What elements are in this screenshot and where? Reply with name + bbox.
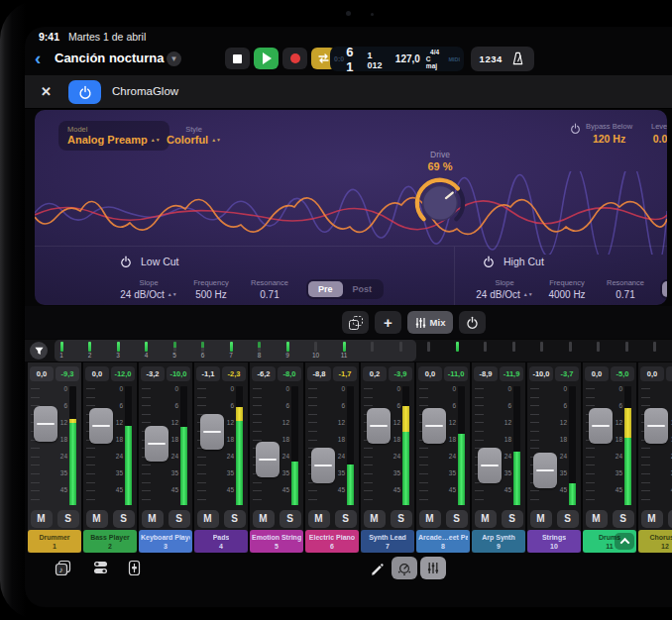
- volume-value[interactable]: 0,0: [585, 366, 609, 381]
- style-selector[interactable]: Style Colorful▲▼: [167, 125, 221, 146]
- navigator-channel-meter[interactable]: [363, 342, 383, 352]
- fader-handle[interactable]: [34, 406, 57, 442]
- volume-value[interactable]: 0,0: [640, 366, 664, 381]
- lcd-display[interactable]: 0:0 6 1 1 012 127,0 4/4 C maj MIDI: [330, 47, 464, 71]
- volume-value[interactable]: -1,1: [196, 366, 220, 381]
- peak-value[interactable]: -11,9: [500, 366, 523, 381]
- track-label[interactable]: Arcade…eet Pad 8: [416, 530, 470, 553]
- solo-button[interactable]: S: [668, 510, 672, 528]
- navigator-channel-meter[interactable]: [504, 342, 523, 352]
- pre-button[interactable]: Pre: [308, 281, 343, 297]
- volume-value[interactable]: 0,0: [85, 366, 109, 381]
- model-selector[interactable]: Model Analog Preamp▲▼: [58, 121, 169, 151]
- navigator-channel-meter[interactable]: 11: [334, 342, 354, 360]
- pre-button[interactable]: Pre: [662, 281, 667, 297]
- track-label[interactable]: Drummer 1: [28, 530, 81, 553]
- track-label[interactable]: Synth Lead 7: [361, 530, 414, 553]
- fader-handle[interactable]: [533, 453, 557, 488]
- navigator-channel-meter[interactable]: 2: [80, 342, 100, 360]
- peak-value[interactable]: -5,0: [611, 366, 634, 381]
- solo-button[interactable]: S: [280, 510, 301, 528]
- solo-button[interactable]: S: [446, 510, 468, 528]
- navigator-channel-meter[interactable]: 9: [278, 342, 297, 360]
- low-cut-slope[interactable]: Slope 24 dB/Oct▲▼: [120, 278, 177, 300]
- peak-value[interactable]: -3,9: [389, 366, 412, 381]
- close-icon[interactable]: ✕: [41, 84, 52, 99]
- low-cut-power-button[interactable]: [120, 256, 132, 267]
- fader-handle[interactable]: [422, 408, 446, 444]
- bypass-below-control[interactable]: Bypass Below 120 Hz: [586, 122, 632, 145]
- navigator-channel-meter[interactable]: 10: [306, 342, 326, 360]
- mute-button[interactable]: M: [530, 510, 552, 528]
- navigator-channel-meter[interactable]: 1: [52, 342, 71, 360]
- track-label[interactable]: Keyboard Player 3: [139, 530, 192, 553]
- drive-knob[interactable]: [411, 174, 469, 226]
- filter-button[interactable]: [30, 342, 48, 360]
- high-cut-frequency[interactable]: Frequency 4000 Hz: [541, 278, 593, 300]
- high-cut-slope[interactable]: Slope 24 dB/Oct▲▼: [476, 278, 533, 300]
- track-label[interactable]: Arp Synth 9: [472, 530, 525, 553]
- mute-button[interactable]: M: [419, 510, 441, 528]
- navigator-channel-meter[interactable]: [616, 342, 636, 352]
- volume-value[interactable]: 0,0: [418, 366, 442, 381]
- record-button[interactable]: [282, 48, 307, 69]
- solo-button[interactable]: S: [502, 510, 523, 528]
- mute-button[interactable]: M: [308, 510, 330, 528]
- peak-value[interactable]: -8,0: [278, 366, 301, 381]
- track-label[interactable]: Electric Piano 6: [305, 530, 359, 553]
- navigator-channel-meter[interactable]: [645, 342, 665, 352]
- track-label[interactable]: Strings 10: [527, 530, 581, 553]
- mute-button[interactable]: M: [364, 510, 386, 528]
- low-cut-frequency[interactable]: Frequency 500 Hz: [185, 278, 237, 300]
- peak-value[interactable]: -12,0: [111, 366, 135, 381]
- fader-handle[interactable]: [200, 414, 224, 450]
- song-title[interactable]: Canción nocturna: [55, 51, 165, 65]
- solo-button[interactable]: S: [57, 510, 79, 528]
- fader-handle[interactable]: [367, 408, 391, 444]
- post-button[interactable]: Post: [343, 281, 383, 297]
- peak-value[interactable]: -3,7: [555, 366, 579, 381]
- peak-value[interactable]: [666, 366, 672, 381]
- navigator-channel-meter[interactable]: [560, 342, 580, 352]
- track-label[interactable]: Bass Player 2: [83, 530, 137, 553]
- navigator-channel-meter[interactable]: [447, 342, 467, 352]
- navigator-channel-meter[interactable]: 4: [137, 342, 157, 360]
- solo-button[interactable]: S: [557, 510, 579, 528]
- mute-button[interactable]: M: [586, 510, 608, 528]
- volume-value[interactable]: -6,2: [252, 366, 276, 381]
- mute-button[interactable]: M: [31, 510, 53, 528]
- navigator-channel-meter[interactable]: 3: [108, 342, 128, 360]
- fader-handle[interactable]: [89, 408, 113, 444]
- solo-button[interactable]: S: [168, 510, 190, 528]
- duplicate-button[interactable]: [342, 311, 369, 334]
- navigator-channel-meter[interactable]: 6: [193, 342, 213, 360]
- mute-button[interactable]: M: [142, 510, 164, 528]
- track-label[interactable]: Pads 4: [194, 530, 248, 553]
- navigator-channel-meter[interactable]: 7: [221, 342, 241, 360]
- mix-view-button[interactable]: Mix: [407, 311, 453, 334]
- high-cut-power-button[interactable]: [483, 256, 495, 267]
- volume-value[interactable]: 0,2: [363, 366, 387, 381]
- track-label[interactable]: Emotion Strings 5: [250, 530, 303, 553]
- fader-handle[interactable]: [311, 448, 335, 483]
- mixer-power-button[interactable]: [459, 311, 486, 334]
- peak-value[interactable]: -9,3: [56, 366, 79, 381]
- fader-panel-button[interactable]: [128, 560, 141, 576]
- add-track-button[interactable]: +: [375, 311, 401, 334]
- metronome-icon[interactable]: [510, 52, 525, 66]
- controls-view-button[interactable]: [392, 557, 417, 579]
- mute-button[interactable]: M: [641, 510, 663, 528]
- mute-button[interactable]: M: [475, 510, 497, 528]
- low-cut-resonance[interactable]: Resonance 0.71: [245, 278, 294, 300]
- track-label[interactable]: Drums 11: [583, 530, 636, 553]
- solo-button[interactable]: S: [335, 510, 357, 528]
- solo-button[interactable]: S: [613, 510, 634, 528]
- peak-value[interactable]: -1,7: [333, 366, 357, 381]
- stop-button[interactable]: [225, 48, 250, 69]
- navigator-channel-meter[interactable]: [532, 342, 552, 352]
- navigator-channel-meter[interactable]: 8: [250, 342, 270, 360]
- navigator-channel-meter[interactable]: 5: [165, 342, 184, 360]
- high-cut-resonance[interactable]: Resonance 0.71: [601, 278, 650, 300]
- fader-handle[interactable]: [145, 426, 168, 462]
- navigator-channel-meter[interactable]: [589, 342, 609, 352]
